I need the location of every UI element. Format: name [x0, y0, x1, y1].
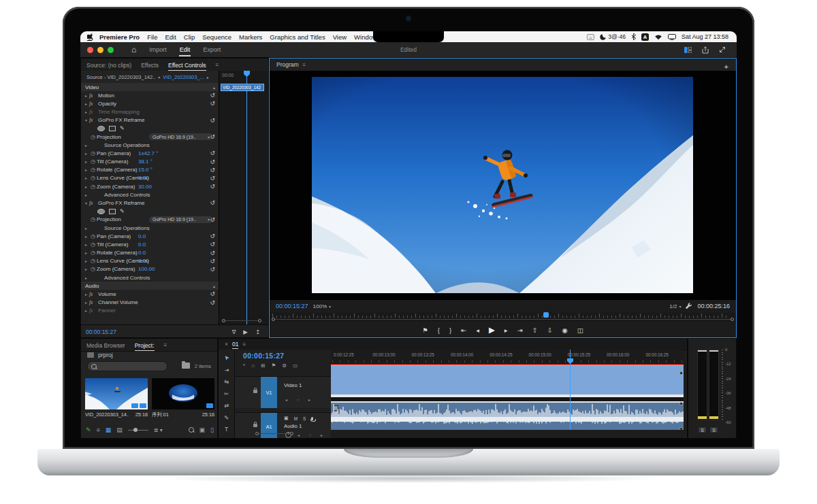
expand-chevron-icon[interactable]: ▸ [83, 300, 89, 305]
project-search-input[interactable] [87, 361, 167, 371]
timeline-playhead-line[interactable] [570, 350, 571, 430]
expand-chevron-icon[interactable]: ▸ [83, 151, 89, 156]
effect-volume[interactable]: ▸fxVolume↺ [81, 290, 219, 298]
reset-icon[interactable]: ↺ [210, 216, 215, 223]
stopwatch-icon[interactable]: ◷ [89, 250, 97, 256]
pen-tool[interactable]: ✎ [224, 414, 229, 421]
freeform-view-icon[interactable]: ▤ [116, 426, 123, 433]
track-resize-handle[interactable] [679, 427, 683, 430]
menu-view[interactable]: View [333, 33, 347, 41]
expand-chevron-icon[interactable]: ▸ [83, 242, 89, 247]
program-panel-title[interactable]: Program [276, 61, 299, 68]
reset-icon[interactable]: ↺ [210, 183, 215, 190]
param-value[interactable]: 0.0 [138, 233, 146, 239]
reset-icon[interactable]: ↺ [210, 100, 215, 107]
reset-icon[interactable]: ↺ [210, 299, 215, 306]
expand-chevron-icon[interactable]: ▸ [83, 93, 89, 98]
home-icon[interactable]: ⌂ [131, 46, 136, 54]
menu-edit[interactable]: Edit [165, 33, 176, 41]
step-forward-button[interactable]: ▸ [504, 327, 508, 334]
timeline-settings-icon[interactable]: ⚙ [282, 363, 287, 369]
reset-icon[interactable]: ↺ [210, 175, 215, 182]
audio-clip-a1[interactable] [331, 401, 684, 430]
sort-icons-icon[interactable]: ≣ ▾ [154, 427, 163, 433]
param-value[interactable]: 0.0 [138, 250, 146, 256]
lift-button[interactable]: ⇧ [532, 327, 538, 334]
expand-chevron-icon[interactable]: ▸ [83, 267, 89, 271]
tab-media-browser[interactable]: Media Browser [86, 339, 125, 351]
stopwatch-icon[interactable]: ◷ [89, 158, 97, 165]
timeline-ruler[interactable]: 0:00:12:2500:00:13:0000:00:13:2500:00:14… [331, 350, 684, 364]
mic-icon[interactable] [311, 417, 313, 420]
reset-icon[interactable]: ↺ [210, 150, 215, 156]
nest-icon[interactable]: * [243, 363, 245, 369]
mute-button[interactable]: M [294, 416, 298, 421]
status-widget[interactable]: 3@·46 [600, 33, 626, 40]
ellipse-mask-icon[interactable] [97, 126, 105, 131]
effect-opacity[interactable]: ▸fxOpacity↺ [81, 99, 219, 107]
selection-tool[interactable]: ➤ [222, 354, 231, 362]
reset-icon[interactable]: ↺ [210, 241, 215, 248]
step-back-button[interactable]: ◂ [476, 327, 479, 334]
section-video[interactable]: Video▴ [81, 83, 219, 91]
voiceover-record-icon[interactable]: ▣ [284, 416, 289, 421]
stopwatch-icon[interactable]: ◷ [89, 266, 97, 272]
mark-in-button[interactable]: { [438, 327, 440, 334]
reset-icon[interactable]: ↺ [210, 167, 215, 173]
thumbnail-zoom-slider[interactable] [128, 430, 148, 431]
track-resize-handle[interactable] [679, 402, 683, 405]
type-tool[interactable]: T [225, 426, 228, 433]
settings-wrench-icon[interactable] [686, 303, 692, 309]
item-name[interactable]: VID_20220303_14.. [85, 411, 129, 418]
expand-chevron-icon[interactable]: ▸ [83, 101, 89, 106]
razor-tool[interactable]: ✂ [224, 390, 229, 397]
stopwatch-icon[interactable]: ◷ [89, 167, 97, 173]
stopwatch-icon[interactable]: ◷ [89, 233, 97, 239]
pen-mask-icon[interactable]: ✎ [120, 125, 125, 131]
pen-mask-icon[interactable]: ✎ [120, 208, 125, 214]
mark-out-button[interactable]: } [449, 327, 451, 334]
play-around-icon[interactable]: ▶ [243, 329, 248, 335]
group-source-operations[interactable]: ▸Source Operations [81, 141, 219, 149]
effect-gopro-fx-reframe[interactable]: ▾fxGoPro FX Reframe↺ [81, 199, 219, 207]
expand-chevron-icon[interactable]: ▸ [83, 167, 89, 172]
linked-selection-icon[interactable]: ⊞ [261, 363, 265, 369]
rect-mask-icon[interactable] [109, 209, 116, 214]
expand-chevron-icon[interactable]: ▾ [83, 201, 89, 205]
fullscreen-icon[interactable] [719, 46, 726, 53]
export-icon[interactable]: ↥ [255, 329, 260, 335]
project-writable-icon[interactable]: ✎ [86, 426, 91, 433]
apple-menu-icon[interactable] [87, 33, 94, 41]
lock-icon[interactable] [253, 424, 257, 427]
reset-icon[interactable]: ↺ [210, 258, 215, 265]
projection-dropdown[interactable]: GoPro HD 16:9 (19..▾ [149, 133, 213, 140]
delete-icon[interactable]: ▯ [210, 426, 214, 433]
stopwatch-icon[interactable]: ◷ [89, 241, 97, 248]
selected-clip-chip[interactable]: VID_20220303_142 [221, 84, 264, 91]
expand-chevron-icon[interactable]: ▸ [83, 184, 89, 189]
menu-bar-clock[interactable]: Sat Aug 27 13:58 [682, 33, 728, 40]
param-value[interactable]: 100.00 [138, 266, 155, 272]
stopwatch-icon[interactable]: ◷ [89, 216, 97, 222]
comparison-view-button[interactable]: ◫ [577, 327, 583, 334]
expand-chevron-icon[interactable]: ▸ [83, 234, 89, 239]
expand-chevron-icon[interactable]: ▸ [83, 308, 89, 313]
reset-icon[interactable]: ↺ [210, 290, 215, 297]
find-icon[interactable] [189, 427, 194, 433]
rect-mask-icon[interactable] [109, 126, 116, 131]
stopwatch-icon[interactable]: ◷ [89, 184, 97, 190]
reset-icon[interactable]: ↺ [210, 117, 215, 124]
expand-chevron-icon[interactable]: ▸ [83, 175, 89, 180]
expand-chevron-icon[interactable]: ▸ [83, 250, 89, 255]
tab-effect-controls[interactable]: Effect Controls [168, 59, 206, 71]
solo-left-button[interactable]: S [698, 426, 707, 433]
effect-panner[interactable]: ▸fxPanner [81, 307, 219, 315]
param-value[interactable]: 38.1 ° [138, 158, 153, 165]
panel-menu-icon[interactable]: ≡ [164, 342, 167, 348]
timeline-clip-selector[interactable]: VID_20220303_... [163, 74, 204, 80]
filter-icon[interactable]: ∇ [232, 329, 236, 335]
captions-icon[interactable]: ▭ [293, 363, 298, 369]
solo-button[interactable]: S [303, 416, 306, 421]
menu-sequence[interactable]: Sequence [202, 33, 231, 41]
menu-markers[interactable]: Markers [239, 33, 262, 41]
